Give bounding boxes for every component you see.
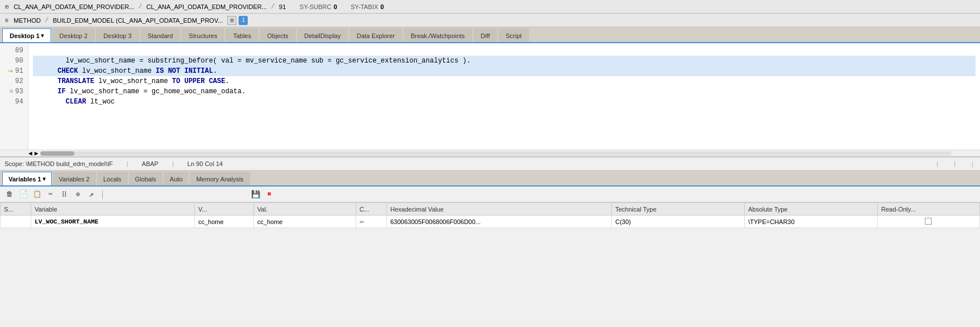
sy-tabix-value: 0 [381, 3, 384, 10]
status-bar: Scope: \METHOD build_edm_model\IF | ABAP… [0, 157, 980, 171]
edit-pencil-icon[interactable]: ✏ [360, 219, 364, 225]
var-tab-variables2[interactable]: Variables 2 [53, 172, 96, 185]
settings-icon: ⚙ [2, 16, 11, 25]
cut-row-icon[interactable]: ✂ [45, 189, 56, 200]
line-num-93: ⊟ 93 [0, 86, 28, 97]
code-line-94: CLEAR lt_woc [33, 97, 975, 107]
variables-toolbar: 🗑 📄 📋 ✂ ⁞⁞ ⚙ ↗ 💾 ✖ [0, 187, 980, 202]
col-tech-type: Technical Type [611, 203, 744, 216]
scrollbar-thumb [40, 151, 74, 156]
variables-tab-bar: Variables 1 ▾ Variables 2 Locals Globals… [0, 171, 980, 187]
cell-c[interactable]: ✏ [356, 216, 386, 228]
cell-hex: 630063005F0068006F006D00... [386, 216, 611, 228]
cell-s [1, 216, 31, 228]
line-num-89: 89 [0, 45, 28, 56]
add-row-icon[interactable]: ⁞⁞ [59, 189, 69, 200]
tab-standard[interactable]: Standard [140, 28, 181, 42]
horizontal-scrollbar-area: ◀ ▶ [0, 150, 980, 156]
tab-desktop2[interactable]: Desktop 2 [52, 28, 95, 42]
sy-subrc-label: SY-SUBRC [299, 3, 331, 10]
var-tab-auto[interactable]: Auto [164, 172, 189, 185]
cell-tech-type: C(30) [611, 216, 744, 228]
method-label: METHOD [14, 17, 41, 24]
var-tab-locals[interactable]: Locals [97, 172, 128, 185]
var-tab-memoryanalysis[interactable]: Memory Analysis [190, 172, 249, 185]
col-hex: Hexadecimal Value [386, 203, 611, 216]
paste-row-icon[interactable]: 📋 [32, 189, 42, 200]
code-line-92: TRANSLATE lv_woc_short_name TO UPPER CAS… [33, 76, 975, 86]
code-editor: 89 90 ⇒ 91 92 ⊟ 93 94 l [0, 43, 980, 157]
breadcrumb-path1: CL_ANA_API_ODATA_EDM_PROVIDER... [14, 3, 134, 10]
cell-abs-type: \TYPE=CHAR30 [744, 216, 877, 228]
filter-icon[interactable]: ⚙ [73, 189, 83, 200]
save-icon[interactable]: 💾 [251, 189, 261, 200]
toolbar-row-1: ⊞ CL_ANA_API_ODATA_EDM_PROVIDER... / CL_… [0, 0, 980, 14]
readonly-checkbox[interactable] [925, 218, 932, 225]
col-abs-type: Absolute Type [744, 203, 877, 216]
var-tab-variables1[interactable]: Variables 1 ▾ [2, 172, 52, 185]
breadcrumb-path2: CL_ANA_API_ODATA_EDM_PROVIDER... [147, 3, 267, 10]
cancel-icon[interactable]: ✖ [264, 189, 274, 200]
line-num-90: 90 [0, 56, 28, 66]
table-row: LV_WOC_SHORT_NAME cc_home cc_home ✏ 6300… [1, 216, 980, 228]
delete-row-icon[interactable]: 🗑 [5, 189, 15, 200]
tab-dataexplorer[interactable]: Data Explorer [349, 28, 402, 42]
col-c: C... [356, 203, 386, 216]
tab-tables[interactable]: Tables [226, 28, 258, 42]
col-variable: Variable [31, 203, 195, 216]
line-num-91: ⇒ 91 [0, 66, 28, 76]
toolbar-separator [102, 190, 103, 199]
method-path: BUILD_EDM_MODEL (CL_ANA_API_ODATA_EDM_PR… [53, 17, 223, 24]
tab-objects[interactable]: Objects [260, 28, 295, 42]
code-line-90: lv_woc_short_name = substring_before( va… [33, 56, 975, 66]
tab-detaildisplay[interactable]: DetailDisplay [297, 28, 348, 42]
main-tab-bar: Desktop 1 ▾ Desktop 2 Desktop 3 Standard… [0, 27, 980, 43]
line-num-94: 94 [0, 97, 28, 107]
cell-val: cc_home [253, 216, 356, 228]
sy-tabix-label: SY-TABIX [351, 3, 378, 10]
cell-readonly [877, 216, 979, 228]
tab-structures[interactable]: Structures [181, 28, 224, 42]
cell-v: cc_home [195, 216, 254, 228]
position-text: Ln 90 Col 14 [187, 160, 223, 167]
col-s: S... [1, 203, 31, 216]
table-header-row: S... Variable V... Val. C... Hexadecimal… [1, 203, 980, 216]
sy-subrc-value: 0 [333, 3, 337, 10]
code-content[interactable]: lv_woc_short_name = substring_before( va… [28, 43, 980, 150]
breadcrumb-linenum: 91 [279, 3, 286, 10]
line-numbers: 89 90 ⇒ 91 92 ⊟ 93 94 [0, 43, 28, 150]
grid-icon: ⊞ [2, 2, 11, 11]
horizontal-scrollbar[interactable] [40, 151, 952, 156]
execution-arrow: ⇒ [8, 66, 12, 76]
tab-arrow-desktop1: ▾ [41, 32, 44, 39]
var-tab-globals[interactable]: Globals [129, 172, 162, 185]
code-line-91: CHECK lv_woc_short_name IS NOT INITIAL. [33, 66, 975, 76]
export-icon[interactable]: ↗ [86, 189, 97, 200]
cell-variable: LV_WOC_SHORT_NAME [31, 216, 195, 228]
scope-text: Scope: \METHOD build_edm_model\IF [5, 160, 113, 167]
var-tab1-arrow: ▾ [43, 176, 45, 182]
toolbar-row-2: ⚙ METHOD / BUILD_EDM_MODEL (CL_ANA_API_O… [0, 14, 980, 27]
lang-text: ABAP [142, 160, 159, 167]
scroll-left-btn[interactable]: ◀ [28, 150, 32, 157]
tab-diff[interactable]: Diff [473, 28, 497, 42]
code-line-93: IF lv_woc_short_name = gc_home_woc_name_… [33, 86, 975, 97]
variables-table: S... Variable V... Val. C... Hexadecimal… [0, 202, 980, 228]
copy-row-icon[interactable]: 📄 [18, 189, 28, 200]
tab-breakwatchpoints[interactable]: Break./Watchpoints [403, 28, 472, 42]
col-v: V... [195, 203, 254, 216]
tab-desktop1[interactable]: Desktop 1 ▾ [2, 28, 51, 42]
col-readonly: Read-Only... [877, 203, 979, 216]
variables-section: Variables 1 ▾ Variables 2 Locals Globals… [0, 171, 980, 228]
collapse-icon-93[interactable]: ⊟ [10, 86, 12, 97]
info-icon[interactable]: i [239, 16, 248, 25]
tab-desktop3[interactable]: Desktop 3 [96, 28, 139, 42]
line-num-92: 92 [0, 76, 28, 86]
scroll-right-btn[interactable]: ▶ [35, 150, 39, 157]
table-icon[interactable]: ⊞ [227, 16, 236, 25]
tab-script[interactable]: Script [498, 28, 529, 42]
col-val: Val. [253, 203, 356, 216]
code-line-89 [33, 45, 975, 56]
